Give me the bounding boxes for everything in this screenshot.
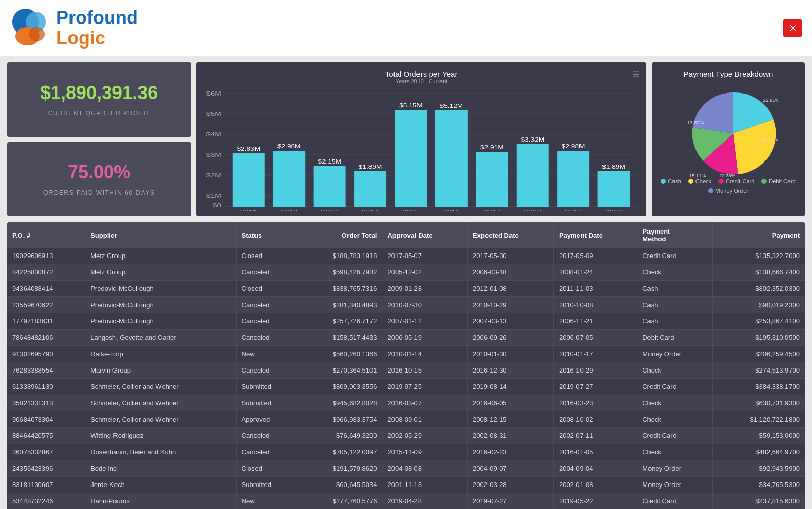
table-cell-r7-c5: 2016-12-30 <box>468 362 554 379</box>
bar-chart-svg: $6M $5M $4M $3M $2M $1M $0 $2.83M 201 <box>204 88 638 211</box>
table-row[interactable]: 61338961130Schmeler, Collier and WehnerS… <box>7 379 805 395</box>
table-cell-r6-c8: $206,259.4500 <box>713 346 805 362</box>
table-cell-r12-c1: Rosenbaum, Beier and Kuhn <box>85 444 236 460</box>
bar-chart-area: $6M $5M $4M $3M $2M $1M $0 $2.83M 201 <box>204 88 638 211</box>
orders-value: 75.00% <box>68 161 130 183</box>
table-cell-r3-c7: Cash <box>637 297 713 313</box>
svg-text:15.11%: 15.11% <box>689 173 706 178</box>
table-row[interactable]: 88464420575Witting-RodriguezCanceled$76,… <box>7 428 805 444</box>
table-cell-r12-c8: $482,664.9700 <box>713 444 805 460</box>
bar-chart-title: Total Orders per Year <box>204 70 638 78</box>
header: Profound Logic ✕ <box>0 0 812 56</box>
table-cell-r7-c8: $274,513.9700 <box>713 362 805 379</box>
table-cell-r4-c7: Cash <box>637 313 713 330</box>
table-cell-r3-c4: 2010-07-30 <box>382 297 468 313</box>
table-cell-r8-c2: Submitted <box>236 379 298 395</box>
table-row[interactable]: 19029606913Metz GroupClosed$188,783.1918… <box>7 248 805 264</box>
table-row[interactable]: 90684073304Schmeler, Collier and WehnerA… <box>7 411 805 428</box>
table-cell-r6-c6: 2010-01-17 <box>553 346 637 362</box>
svg-text:$4M: $4M <box>206 131 221 138</box>
table-cell-r1-c1: Metz Group <box>85 264 236 281</box>
table-row[interactable]: 53448732246Hahn-PourosNew$277,760.577620… <box>7 493 805 510</box>
bar-2018 <box>517 144 549 207</box>
table-cell-r5-c7: Debit Card <box>637 330 713 346</box>
chart-menu-icon[interactable]: ☰ <box>632 70 639 79</box>
table-cell-r1-c6: 2008-01-24 <box>553 264 637 281</box>
table-row[interactable]: 94364088414Predovic-McCulloughClosed$838… <box>7 281 805 297</box>
profit-kpi-card: $1,890,391.36 CURRENT QUARTER PROFIT <box>7 62 191 137</box>
col-po: P.O. # <box>7 222 85 248</box>
table-row[interactable]: 91302695790Ratke-TorpNew$560,260.1366201… <box>7 346 805 362</box>
table-row[interactable]: 24356423396Bode IncClosed$191,579.862020… <box>7 460 805 477</box>
pie-chart-card: Payment Type Breakdown <box>652 62 805 216</box>
table-cell-r13-c1: Bode Inc <box>85 460 236 477</box>
table-cell-r2-c6: 2011-11-03 <box>553 281 637 297</box>
bar-2016 <box>435 110 468 207</box>
logo-area: Profound Logic <box>10 8 138 49</box>
table-cell-r15-c4: 2019-04-28 <box>382 493 468 510</box>
table-row[interactable]: 35821331313Schmeler, Collier and WehnerS… <box>7 395 805 411</box>
legend-label-cash: Cash <box>668 178 681 184</box>
svg-point-3 <box>29 27 45 41</box>
table-cell-r14-c2: Submitted <box>236 477 298 493</box>
table-cell-r3-c8: $90,019.2300 <box>713 297 805 313</box>
table-cell-r12-c7: Check <box>637 444 713 460</box>
table-cell-r7-c1: Marvin Group <box>85 362 236 379</box>
table-cell-r7-c3: $270,364.5101 <box>298 362 382 379</box>
table-cell-r0-c5: 2017-05-30 <box>468 248 554 264</box>
close-button[interactable]: ✕ <box>783 19 802 37</box>
table-cell-r14-c5: 2002-03-28 <box>468 477 554 493</box>
table-cell-r10-c0: 90684073304 <box>7 411 85 428</box>
table-cell-r2-c1: Predovic-McCullough <box>85 281 236 297</box>
table-cell-r1-c0: 84225830872 <box>7 264 85 281</box>
table-cell-r2-c2: Closed <box>236 281 298 297</box>
svg-text:$3.32M: $3.32M <box>521 137 544 143</box>
table-body: 19029606913Metz GroupClosed$188,783.1918… <box>7 248 805 509</box>
table-cell-r4-c0: 17797183631 <box>7 313 85 330</box>
svg-text:$6M: $6M <box>206 90 221 97</box>
svg-text:$2.91M: $2.91M <box>480 145 504 151</box>
logo-icon <box>10 8 51 49</box>
table-cell-r4-c8: $253,867.4100 <box>713 313 805 330</box>
legend-dot-cash <box>661 179 666 184</box>
orders-table: P.O. # Supplier Status Order Total Appro… <box>7 222 805 509</box>
table-cell-r15-c8: $237,815.6300 <box>713 493 805 510</box>
table-row[interactable]: 78648482106Langosh, Goyette and CarterCa… <box>7 330 805 346</box>
svg-text:2019: 2019 <box>565 209 582 211</box>
profit-label: CURRENT QUARTER PROFIT <box>48 110 151 117</box>
svg-text:2015: 2015 <box>402 209 419 211</box>
table-cell-r11-c4: 2002-05-29 <box>382 428 468 444</box>
table-cell-r9-c4: 2016-03-07 <box>382 395 468 411</box>
bar-2019 <box>557 151 589 207</box>
table-cell-r7-c6: 2016-10-29 <box>553 362 637 379</box>
bar-2015 <box>395 110 427 207</box>
table-cell-r2-c4: 2009-01-28 <box>382 281 468 297</box>
table-cell-r11-c5: 2002-08-31 <box>468 428 554 444</box>
table-cell-r10-c5: 2008-12-15 <box>468 411 554 428</box>
table-row[interactable]: 36075332867Rosenbaum, Beier and KuhnCanc… <box>7 444 805 460</box>
table-row[interactable]: 17797183631Predovic-McCulloughCanceled$2… <box>7 313 805 330</box>
table-cell-r9-c6: 2016-03-23 <box>553 395 637 411</box>
table-cell-r0-c8: $135,322.7000 <box>713 248 805 264</box>
table-row[interactable]: 23559670622Predovic-McCulloughCanceled$2… <box>7 297 805 313</box>
top-section: $1,890,391.36 CURRENT QUARTER PROFIT 75.… <box>0 56 812 222</box>
table-cell-r6-c3: $560,260.1366 <box>298 346 382 362</box>
svg-text:2020: 2020 <box>605 209 622 211</box>
svg-text:$1M: $1M <box>206 193 221 199</box>
svg-text:2018: 2018 <box>524 209 541 211</box>
col-payment-method: PaymentMethod <box>637 222 713 248</box>
table-cell-r3-c5: 2010-10-29 <box>468 297 554 313</box>
table-row[interactable]: 83181130607Jerde-KochSubmitted$60,645.50… <box>7 477 805 493</box>
table-cell-r5-c1: Langosh, Goyette and Carter <box>85 330 236 346</box>
svg-text:2016: 2016 <box>443 209 460 211</box>
orders-label: ORDERS PAID WITHIN 60 DAYS <box>43 189 155 196</box>
table-cell-r11-c1: Witting-Rodriguez <box>85 428 236 444</box>
table-cell-r11-c2: Canceled <box>236 428 298 444</box>
table-row[interactable]: 76283388554Marvin GroupCanceled$270,364.… <box>7 362 805 379</box>
bar-2012 <box>273 151 305 207</box>
bar-2020 <box>598 171 630 207</box>
table-cell-r12-c5: 2016-02-23 <box>468 444 554 460</box>
table-row[interactable]: 84225830872Metz GroupCanceled$598,426.79… <box>7 264 805 281</box>
table-cell-r14-c4: 2001-11-13 <box>382 477 468 493</box>
table-cell-r0-c1: Metz Group <box>85 248 236 264</box>
